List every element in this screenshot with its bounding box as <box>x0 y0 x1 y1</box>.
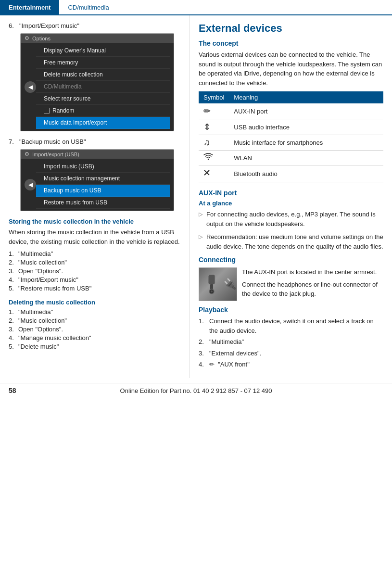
table-row-bluetooth: Bluetooth audio <box>199 165 383 182</box>
connecting-block: The AUX-IN port is located in the center… <box>199 267 383 301</box>
screenshot1-title: Options <box>32 36 51 41</box>
at-a-glance-heading: At a glance <box>199 200 383 207</box>
aux-in-port-heading: AUX-IN port <box>199 189 383 197</box>
table-row-aux: ✏ AUX-IN port <box>199 103 383 119</box>
step-6-number: 6. <box>9 22 19 29</box>
nav-left-arrow[interactable]: ◀ <box>25 81 36 93</box>
deleting-steps-list: 1."Multimedia" 2."Music collection" 3.Op… <box>9 308 181 350</box>
playback-step-4: 4. ✏ "AUX front" <box>199 360 383 369</box>
meaning-aux: AUX-IN port <box>229 103 383 119</box>
main-content: 6. "Import/Export music" ⚙ Options ◀ Dis… <box>0 15 392 378</box>
menu-item-display-manual[interactable]: Display Owner's Manual <box>36 45 170 57</box>
connecting-image <box>199 267 237 301</box>
deleting-step-5: 5."Delete music" <box>9 343 181 350</box>
col-symbol: Symbol <box>199 91 229 103</box>
screenshot2-nav: ◀ Import music (USB) Music collection ma… <box>21 159 174 211</box>
screenshot-import-export: ⚙ Import/export (USB) ◀ Import music (US… <box>20 149 174 211</box>
menu-item-random[interactable]: Random <box>36 105 170 117</box>
menu-item-music-import-export[interactable]: Music data import/export <box>36 117 170 129</box>
storing-paragraph: When storing the music collection in the… <box>9 227 181 246</box>
glance-item-1: ▷ For connecting audio devices, e.g., MP… <box>199 210 383 228</box>
connecting-text-2: Connect the headphones or line-out conne… <box>242 280 383 299</box>
storing-step-2: 2."Music collection" <box>9 259 181 266</box>
playback-step-3: 3. "External devices". <box>199 349 383 358</box>
deleting-step-2: 2."Music collection" <box>9 317 181 324</box>
playback-num-1: 1. <box>199 316 209 335</box>
page-number: 58 <box>9 387 16 394</box>
storing-step-5: 5."Restore music from USB" <box>9 285 181 292</box>
menu-item-import-usb[interactable]: Import music (USB) <box>36 161 170 173</box>
svg-point-3 <box>211 290 213 292</box>
playback-num-2: 2. <box>199 337 209 347</box>
options-gear-icon: ⚙ <box>25 35 29 41</box>
import-export-icon: ⚙ <box>25 151 29 157</box>
menu-item-cd-multimedia: CD/Multimedia <box>36 81 170 93</box>
step-6-text: "Import/Export music" <box>19 22 79 29</box>
page-footer: 58 Online Edition for Part no. 01 40 2 9… <box>0 383 392 398</box>
deleting-step-4: 4."Manage music collection" <box>9 334 181 341</box>
meaning-wlan: WLAN <box>229 151 383 165</box>
tab-cd-multimedia[interactable]: CD/multimedia <box>59 0 117 15</box>
glance-item-2: ▷ Recommendation: use medium tone and vo… <box>199 232 383 251</box>
playback-text-2: "Multimedia" <box>209 337 244 347</box>
symbol-aux: ✏ <box>199 103 229 119</box>
external-devices-heading: External devices <box>199 22 383 35</box>
menu-item-restore-usb[interactable]: Restore music from USB <box>36 197 170 209</box>
concept-paragraph: Various external devices can be connecte… <box>199 50 383 88</box>
left-column: 6. "Import/Export music" ⚙ Options ◀ Dis… <box>0 15 190 378</box>
meaning-bluetooth: Bluetooth audio <box>229 165 383 182</box>
menu-item-free-memory[interactable]: Free memory <box>36 57 170 69</box>
playback-text-1: Connect the audio device, switch it on a… <box>209 316 383 335</box>
connecting-text-1: The AUX-IN port is located in the center… <box>242 267 383 277</box>
deleting-step-3: 3.Open "Options". <box>9 326 181 333</box>
symbol-wlan <box>199 151 229 165</box>
symbol-music-phone: ♫ <box>199 135 229 151</box>
screenshot1-titlebar: ⚙ Options <box>21 34 174 43</box>
menu-item-music-mgmt[interactable]: Music collection management <box>36 173 170 185</box>
menu-item-delete-collection[interactable]: Delete music collection <box>36 69 170 81</box>
playback-text-3: "External devices". <box>209 349 261 358</box>
right-column: External devices The concept Various ext… <box>190 15 392 378</box>
svg-rect-0 <box>208 275 215 284</box>
playback-heading: Playback <box>199 306 383 314</box>
glance-list: ▷ For connecting audio devices, e.g., MP… <box>199 210 383 251</box>
playback-step-1: 1. Connect the audio device, switch it o… <box>199 316 383 335</box>
screenshot2-title: Import/export (USB) <box>32 152 79 157</box>
playback-text-4: ✏ "AUX front" <box>209 360 250 369</box>
table-row-usb: ⇕ USB audio interface <box>199 119 383 135</box>
playback-list: 1. Connect the audio device, switch it o… <box>199 316 383 369</box>
concept-heading: The concept <box>199 39 383 47</box>
table-row-wlan: WLAN <box>199 151 383 165</box>
step-7-number: 7. <box>9 138 19 145</box>
menu-item-select-rear[interactable]: Select rear source <box>36 93 170 105</box>
storing-heading: Storing the music collection in the vehi… <box>9 218 181 225</box>
arrow-icon-1: ▷ <box>199 210 206 218</box>
arrow-icon-2: ▷ <box>199 233 206 241</box>
menu-item-backup-usb[interactable]: Backup music on USB <box>36 185 170 197</box>
nav-left-arrow-2[interactable]: ◀ <box>25 179 36 190</box>
footer-notice: Online Edition for Part no. 01 40 2 912 … <box>120 387 272 394</box>
meaning-usb: USB audio interface <box>229 119 383 135</box>
storing-step-3: 3.Open "Options". <box>9 267 181 275</box>
storing-steps-list: 1."Multimedia" 2."Music collection" 3.Op… <box>9 250 181 292</box>
step-6-line: 6. "Import/Export music" <box>9 22 181 29</box>
playback-step-2: 2. "Multimedia" <box>199 337 383 347</box>
storing-step-4: 4."Import/Export music" <box>9 276 181 283</box>
symbol-table: Symbol Meaning ✏ AUX-IN port ⇕ USB audio… <box>199 91 383 182</box>
screenshot-options: ⚙ Options ◀ Display Owner's Manual Free … <box>20 33 174 131</box>
connecting-heading: Connecting <box>199 256 383 264</box>
screenshot1-nav: ◀ Display Owner's Manual Free memory Del… <box>21 43 174 131</box>
playback-num-3: 3. <box>199 349 209 358</box>
screenshot2-titlebar: ⚙ Import/export (USB) <box>21 150 174 159</box>
step-7-line: 7. "Backup music on USB" <box>9 138 181 145</box>
connecting-description: The AUX-IN port is located in the center… <box>242 267 383 301</box>
symbol-bluetooth <box>199 165 229 182</box>
table-header-row: Symbol Meaning <box>199 91 383 103</box>
deleting-heading: Deleting the music collection <box>9 299 181 306</box>
tab-entertainment[interactable]: Entertainment <box>0 0 59 15</box>
step-7-text: "Backup music on USB" <box>19 138 86 145</box>
playback-num-4: 4. <box>199 360 209 369</box>
connecting-img-inner <box>199 268 237 301</box>
meaning-music-phone: Music interface for smartphones <box>229 135 383 151</box>
col-meaning: Meaning <box>229 91 383 103</box>
